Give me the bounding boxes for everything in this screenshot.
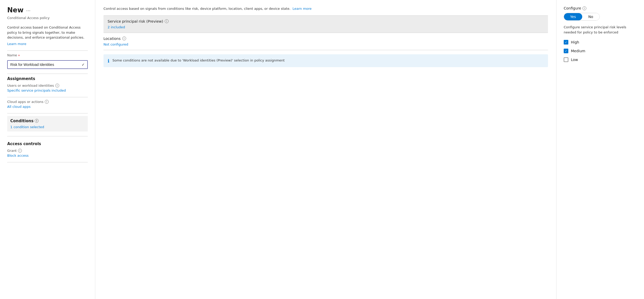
toggle-no-button[interactable]: No (582, 13, 599, 20)
page-title: New (7, 6, 23, 14)
info-box-icon: ℹ (108, 58, 109, 64)
conditions-info-icon[interactable]: i (35, 119, 39, 123)
high-label: High (571, 40, 579, 44)
service-principal-risk-block[interactable]: Service principal risk (Preview) i 2 inc… (103, 15, 548, 33)
info-box: ℹ Some conditions are not available due … (103, 54, 548, 67)
grant-info-icon[interactable]: i (18, 149, 22, 153)
middle-panel: Control access based on signals from con… (95, 0, 556, 299)
locations-value[interactable]: Not configured (103, 42, 128, 46)
conditions-label: Conditions (10, 119, 33, 123)
configure-info-icon[interactable]: i (582, 6, 586, 10)
toggle-yes-button[interactable]: Yes (564, 13, 582, 20)
name-label: Name (7, 53, 17, 57)
middle-description: Control access based on signals from con… (103, 6, 548, 11)
users-label: Users or workload identities i (7, 84, 88, 87)
service-principal-risk-info-icon[interactable]: i (165, 19, 169, 23)
low-label: Low (571, 58, 578, 62)
cloud-apps-value-link[interactable]: All cloud apps (7, 105, 88, 109)
assignments-label: Assignments (7, 76, 88, 81)
configure-description: Configure service principal risk levels … (564, 25, 637, 35)
high-checkbox[interactable]: ✓ (564, 40, 568, 45)
risk-level-checkboxes: ✓ High ✓ Medium ✓ Low (564, 40, 637, 62)
service-principal-risk-value[interactable]: 2 included (108, 25, 125, 29)
check-icon: ✓ (82, 63, 85, 67)
medium-label: Medium (571, 49, 585, 53)
conditions-section[interactable]: Conditions i 1 condition selected (7, 116, 88, 131)
locations-label: Locations (103, 37, 121, 41)
service-principal-risk-label: Service principal risk (Preview) (108, 19, 163, 23)
users-value-link[interactable]: Specific service principals included (7, 89, 88, 92)
low-checkbox-row[interactable]: ✓ Low (564, 57, 637, 62)
configure-label-text: Configure (564, 6, 581, 10)
name-required-star: * (18, 54, 20, 58)
name-input[interactable] (10, 63, 82, 67)
medium-checkbox[interactable]: ✓ (564, 49, 568, 53)
locations-block[interactable]: Locations i Not configured (103, 33, 548, 50)
high-checkbox-row[interactable]: ✓ High (564, 40, 637, 45)
right-panel: Configure i Yes No Configure service pri… (556, 0, 644, 299)
name-input-wrapper[interactable]: ✓ (7, 60, 88, 69)
middle-learn-more-link[interactable]: Learn more (292, 7, 311, 11)
cloud-apps-info-icon[interactable]: i (45, 100, 49, 104)
users-info-icon[interactable]: i (55, 84, 59, 87)
conditions-value: 1 condition selected (10, 125, 44, 129)
left-description: Control access based on Conditional Acce… (7, 25, 88, 40)
locations-info-icon[interactable]: i (122, 37, 126, 40)
left-learn-more-link[interactable]: Learn more (7, 42, 26, 46)
configure-toggle-group[interactable]: Yes No (564, 13, 600, 21)
low-checkbox[interactable]: ✓ (564, 57, 568, 62)
medium-checkbox-row[interactable]: ✓ Medium (564, 49, 637, 53)
page-options-icon[interactable]: ··· (26, 8, 30, 13)
grant-label: Grant i (7, 149, 88, 153)
high-checkbox-check: ✓ (565, 41, 567, 44)
page-subtitle: Conditional Access policy (7, 16, 88, 20)
grant-value-link[interactable]: Block access (7, 154, 88, 157)
cloud-apps-label: Cloud apps or actions i (7, 100, 88, 104)
access-controls-label: Access controls (7, 142, 88, 146)
info-box-text: Some conditions are not available due to… (112, 58, 285, 63)
left-panel: New ··· Conditional Access policy Contro… (0, 0, 95, 299)
medium-checkbox-check: ✓ (565, 49, 567, 53)
